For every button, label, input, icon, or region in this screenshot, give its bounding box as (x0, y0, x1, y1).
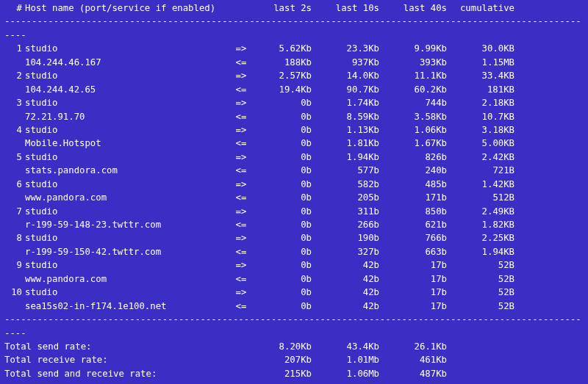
out-last2: 0b (250, 231, 318, 244)
arrow-out-icon: => (232, 42, 250, 55)
remote-host: r-199-59-148-23.twttr.com (25, 218, 232, 231)
remote-host: 104.244.46.167 (25, 56, 232, 69)
row-index-blank (4, 137, 25, 150)
out-last2: 5.62Kb (250, 42, 318, 55)
arrow-in-icon: <= (232, 110, 250, 123)
in-last40: 17b (385, 300, 453, 313)
total-last40: 487Kb (385, 367, 453, 380)
in-last10: 90.7Kb (318, 83, 385, 96)
row-index: 4 (4, 123, 25, 137)
remote-host: www.pandora.com (25, 191, 232, 204)
total-last2: 215Kb (250, 367, 318, 380)
out-cumulative: 52B (453, 286, 520, 299)
local-host: studio (25, 286, 232, 299)
out-last10: 42b (318, 286, 385, 299)
in-last40: 171b (385, 191, 453, 204)
total-last40: 26.1Kb (385, 340, 453, 353)
out-cumulative: 2.49KB (453, 205, 520, 218)
in-last40: 17b (385, 272, 453, 286)
total-last10: 1.01Mb (318, 353, 385, 366)
in-cumulative: 181KB (453, 83, 520, 96)
arrow-out-icon: => (232, 151, 250, 164)
in-last40: 3.58Kb (385, 110, 453, 123)
in-last2: 0b (250, 191, 318, 204)
in-last40: 60.2Kb (385, 83, 453, 96)
in-cumulative: 52B (453, 300, 520, 313)
in-cumulative: 1.15MB (453, 56, 520, 69)
total-cumulative (453, 353, 520, 366)
out-last10: 23.3Kb (318, 42, 385, 55)
in-cumulative: 1.94KB (453, 245, 520, 258)
out-last40: 744b (385, 96, 453, 109)
arrow-in-icon: <= (232, 56, 250, 69)
col-last2: last 2s (250, 1, 318, 15)
in-last2: 0b (250, 164, 318, 177)
row-index: 8 (4, 231, 25, 244)
total-last10: 1.06Mb (318, 367, 385, 380)
out-last2: 0b (250, 205, 318, 218)
total-last10: 43.4Kb (318, 340, 385, 353)
remote-host: r-199-59-150-42.twttr.com (25, 245, 232, 258)
col-host: Host name (port/service if enabled) (25, 1, 232, 15)
row-index-blank (4, 245, 25, 258)
remote-host: stats.pandora.com (25, 164, 232, 177)
out-last2: 0b (250, 151, 318, 164)
in-cumulative: 512B (453, 191, 520, 204)
out-last10: 1.74Kb (318, 96, 385, 109)
col-num: # (4, 1, 25, 15)
col-cum: cumulative (453, 1, 520, 15)
row-index: 7 (4, 205, 25, 218)
local-host: studio (25, 123, 232, 137)
out-last40: 826b (385, 151, 453, 164)
row-index: 5 (4, 151, 25, 164)
out-last10: 311b (318, 205, 385, 218)
in-last40: 1.67Kb (385, 137, 453, 150)
in-last10: 42b (318, 300, 385, 313)
out-cumulative: 2.25KB (453, 231, 520, 244)
arrow-out-icon: => (232, 231, 250, 244)
in-last2: 0b (250, 110, 318, 123)
local-host: studio (25, 178, 232, 191)
out-last2: 0b (250, 258, 318, 272)
in-cumulative: 1.82KB (453, 218, 520, 231)
in-cumulative: 52B (453, 272, 520, 286)
in-last2: 0b (250, 218, 318, 231)
arrow-in-icon: <= (232, 164, 250, 177)
out-last10: 1.13Kb (318, 123, 385, 137)
in-last40: 240b (385, 164, 453, 177)
in-cumulative: 5.00KB (453, 137, 520, 150)
row-index-blank (4, 300, 25, 313)
arrow-in-icon: <= (232, 218, 250, 231)
out-last40: 485b (385, 178, 453, 191)
remote-host: www.pandora.com (25, 272, 232, 286)
in-last40: 663b (385, 245, 453, 258)
out-cumulative: 2.18KB (453, 96, 520, 109)
row-index: 9 (4, 258, 25, 272)
remote-host: Mobile.Hotspot (25, 137, 232, 150)
arrow-in-icon: <= (232, 191, 250, 204)
out-cumulative: 2.42KB (453, 151, 520, 164)
total-label: Total send and receive rate: (4, 367, 250, 380)
in-last10: 266b (318, 218, 385, 231)
row-index: 3 (4, 96, 25, 109)
in-cumulative: 721B (453, 164, 520, 177)
total-cumulative (453, 367, 520, 380)
in-last10: 577b (318, 164, 385, 177)
arrow-in-icon: <= (232, 245, 250, 258)
out-last10: 582b (318, 178, 385, 191)
local-host: studio (25, 69, 232, 82)
in-last10: 1.81Kb (318, 137, 385, 150)
out-last10: 14.0Kb (318, 69, 385, 82)
row-index-blank (4, 218, 25, 231)
out-cumulative: 33.4KB (453, 69, 520, 82)
out-cumulative: 52B (453, 258, 520, 272)
row-index-blank (4, 164, 25, 177)
out-last40: 766b (385, 231, 453, 244)
remote-host: 72.21.91.70 (25, 110, 232, 123)
arrow-out-icon: => (232, 96, 250, 109)
arrow-in-icon: <= (232, 300, 250, 313)
row-index: 6 (4, 178, 25, 191)
col-last40: last 40s (385, 1, 453, 15)
arrow-out-icon: => (232, 286, 250, 299)
local-host: studio (25, 258, 232, 272)
